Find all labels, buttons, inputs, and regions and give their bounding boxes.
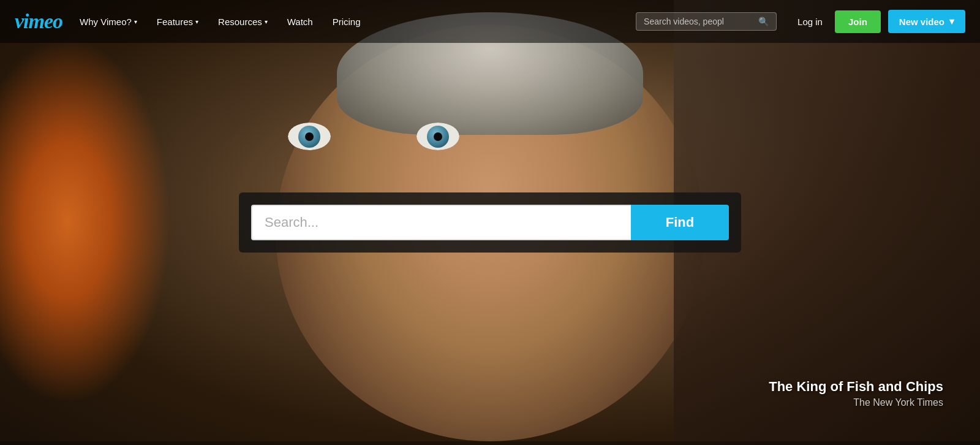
eye-right	[417, 123, 459, 150]
find-button[interactable]: Find	[631, 205, 729, 240]
nav-why-vimeo[interactable]: Why Vimeo? ▾	[71, 12, 146, 32]
navigation: vimeo Why Vimeo? ▾ Features ▾ Resources …	[0, 0, 980, 43]
chevron-down-icon: ▾	[195, 18, 198, 25]
nav-resources[interactable]: Resources ▾	[209, 12, 276, 32]
hero-search-input[interactable]	[251, 205, 631, 240]
search-icon: 🔍	[758, 17, 769, 26]
login-button[interactable]: Log in	[788, 12, 832, 32]
vimeo-logo[interactable]: vimeo	[15, 10, 62, 33]
nav-watch[interactable]: Watch	[279, 12, 322, 32]
chevron-down-icon: ▾	[949, 16, 954, 27]
bottom-bar	[0, 441, 980, 445]
chevron-down-icon: ▾	[134, 18, 137, 25]
join-button[interactable]: Join	[835, 10, 881, 33]
nav-search-input[interactable]	[644, 17, 753, 26]
eye-left	[288, 123, 331, 150]
hero-search-box: Find	[239, 192, 741, 253]
hero-section: vimeo Why Vimeo? ▾ Features ▾ Resources …	[0, 0, 980, 445]
nav-features[interactable]: Features ▾	[148, 12, 207, 32]
nav-pricing[interactable]: Pricing	[324, 12, 369, 32]
video-source: The New York Times	[769, 397, 943, 408]
chevron-down-icon: ▾	[265, 18, 268, 25]
video-credit: The King of Fish and Chips The New York …	[769, 379, 943, 408]
nav-search-box[interactable]: 🔍	[636, 12, 777, 31]
new-video-button[interactable]: New video ▾	[888, 10, 965, 33]
video-title: The King of Fish and Chips	[769, 379, 943, 395]
